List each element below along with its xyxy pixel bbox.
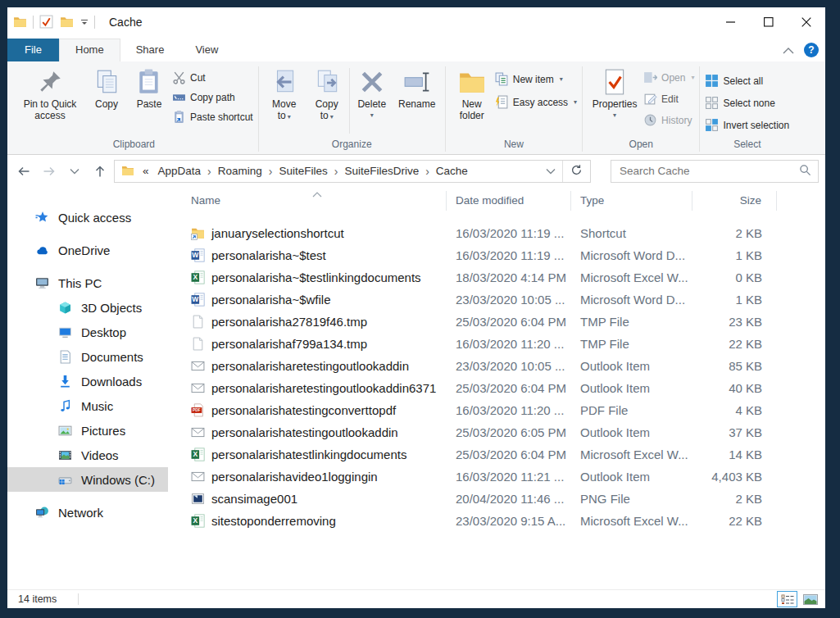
column-header-name[interactable]: Name bbox=[168, 191, 447, 211]
file-size: 2 KB bbox=[692, 492, 777, 506]
column-header-type[interactable]: Type bbox=[571, 191, 692, 211]
breadcrumb-separator-icon[interactable]: › bbox=[207, 165, 211, 178]
details-view-button[interactable] bbox=[777, 591, 797, 607]
address-dropdown-chevron-icon[interactable] bbox=[541, 165, 561, 177]
large-icons-view-button[interactable] bbox=[800, 591, 820, 607]
sidebar-item-onedrive[interactable]: OneDrive bbox=[7, 238, 168, 262]
file-type: Microsoft Excel W... bbox=[571, 270, 692, 284]
file-date-modified: 18/03/2020 4:14 PM bbox=[447, 270, 571, 284]
breadcrumb-separator-icon[interactable]: › bbox=[425, 165, 429, 178]
paste-shortcut-button[interactable]: Paste shortcut bbox=[172, 108, 253, 125]
table-row[interactable]: scansimage00120/04/2020 11:46 ...PNG Fil… bbox=[168, 488, 825, 510]
table-row[interactable]: januaryselectionshortcut16/03/2020 11:19… bbox=[168, 222, 825, 244]
copy-button[interactable]: Copy bbox=[87, 66, 126, 110]
file-date-modified: 25/03/2020 6:04 PM bbox=[447, 381, 571, 395]
edit-button[interactable]: Edit bbox=[643, 90, 694, 107]
file-name: personalarisha~$wfile bbox=[211, 293, 331, 307]
table-row[interactable]: Xpersonalarishatestlinkingdocuments25/03… bbox=[168, 443, 825, 466]
recent-locations-chevron-icon[interactable] bbox=[61, 159, 87, 184]
file-name: personalarisha27819f46.tmp bbox=[211, 315, 367, 329]
table-row[interactable]: personalarisha27819f46.tmp25/03/2020 6:0… bbox=[168, 311, 825, 333]
qat-properties-icon[interactable] bbox=[39, 15, 53, 29]
breadcrumb-item[interactable]: Roaming bbox=[213, 165, 267, 177]
move-to-button[interactable]: Move to▾ bbox=[264, 66, 305, 123]
new-item-button[interactable]: New item▾ bbox=[495, 70, 577, 88]
delete-button[interactable]: Delete ▾ bbox=[352, 66, 393, 121]
refresh-icon[interactable] bbox=[565, 164, 588, 179]
breadcrumb-separator-icon[interactable]: › bbox=[269, 165, 273, 178]
rename-button[interactable]: Rename bbox=[394, 66, 440, 110]
maximize-button[interactable] bbox=[750, 7, 788, 36]
close-button[interactable] bbox=[788, 7, 825, 36]
minimize-button[interactable] bbox=[712, 7, 750, 36]
file-name: personalarishatestingconverttopdf bbox=[211, 403, 396, 417]
up-button[interactable] bbox=[87, 159, 112, 184]
table-row[interactable]: Wpersonalarisha~$wfile23/03/2020 10:05 .… bbox=[168, 289, 825, 311]
sidebar-item-windows-c[interactable]: Windows (C:) bbox=[7, 467, 168, 492]
svg-text:W: W bbox=[192, 295, 199, 303]
breadcrumb-item[interactable]: SuiteFiles bbox=[274, 165, 332, 177]
table-row[interactable]: personalarisharetestingoutlookaddin63712… bbox=[168, 377, 825, 399]
sidebar-item-this-pc[interactable]: This PC bbox=[7, 270, 168, 295]
help-icon[interactable]: ? bbox=[804, 43, 819, 57]
table-row[interactable]: personalarisharetestingoutlookaddin23/03… bbox=[168, 355, 825, 377]
copy-to-button[interactable]: Copy to▾ bbox=[306, 66, 347, 123]
copy-path-button[interactable]: Copy path bbox=[172, 89, 253, 106]
sidebar-item-music[interactable]: Music bbox=[7, 393, 168, 418]
pushpin-icon bbox=[36, 68, 64, 96]
sidebar-item-desktop[interactable]: Desktop bbox=[7, 320, 168, 344]
qat-customize-chevron-icon[interactable] bbox=[80, 15, 89, 30]
table-row[interactable]: Wpersonalarisha~$test16/03/2020 11:19 ..… bbox=[168, 244, 825, 266]
sidebar-item-3d-objects[interactable]: 3D Objects bbox=[7, 295, 168, 320]
breadcrumb-item[interactable]: AppData bbox=[153, 165, 207, 177]
easy-access-button[interactable]: Easy access▾ bbox=[495, 93, 577, 111]
table-row[interactable]: personalarishavideo1loggingin16/03/2020 … bbox=[168, 466, 825, 488]
file-date-modified: 23/03/2020 10:05 ... bbox=[447, 293, 571, 307]
sidebar-item-label: Pictures bbox=[81, 424, 125, 438]
sidebar-item-quick-access[interactable]: Quick access bbox=[7, 205, 168, 229]
paste-shortcut-icon bbox=[172, 110, 186, 124]
table-row[interactable]: PDFpersonalarishatestingconverttopdf16/0… bbox=[168, 399, 825, 421]
svg-text:PDF: PDF bbox=[193, 408, 201, 412]
paste-button[interactable]: Paste bbox=[128, 66, 170, 110]
select-all-button[interactable]: Select all bbox=[705, 72, 789, 89]
file-size: 37 KB bbox=[692, 425, 777, 439]
cut-button[interactable]: Cut bbox=[172, 69, 253, 86]
copy-path-icon bbox=[172, 90, 186, 104]
column-header-size[interactable]: Size bbox=[692, 191, 777, 211]
tab-view[interactable]: View bbox=[179, 39, 234, 61]
tab-share[interactable]: Share bbox=[120, 39, 180, 61]
table-row[interactable]: Xpersonalarisha~$testlinkingdocuments18/… bbox=[168, 266, 825, 289]
file-size: 4,403 KB bbox=[692, 470, 777, 484]
select-none-button[interactable]: Select none bbox=[705, 94, 789, 111]
sidebar-item-pictures[interactable]: Pictures bbox=[7, 418, 168, 443]
address-bar[interactable]: «AppData›Roaming›SuiteFiles›SuiteFilesDr… bbox=[114, 160, 591, 183]
qat-new-folder-icon[interactable] bbox=[60, 15, 74, 29]
file-date-modified: 23/03/2020 9:15 A... bbox=[447, 514, 571, 528]
table-row[interactable]: personalarishaf799a134.tmp16/03/2020 11:… bbox=[168, 333, 825, 355]
column-header-date-modified[interactable]: Date modified bbox=[447, 191, 571, 211]
properties-button[interactable]: Properties ▾ bbox=[588, 66, 642, 121]
search-input[interactable]: Search Cache bbox=[611, 160, 819, 183]
breadcrumb-separator-icon[interactable]: › bbox=[334, 165, 338, 178]
breadcrumb-item[interactable]: SuiteFilesDrive bbox=[339, 165, 424, 177]
sidebar-item-downloads[interactable]: Downloads bbox=[7, 369, 168, 393]
forward-button[interactable] bbox=[36, 159, 61, 184]
tab-home[interactable]: Home bbox=[59, 39, 120, 61]
collapse-ribbon-icon[interactable] bbox=[783, 43, 794, 57]
sidebar-item-videos[interactable]: Videos bbox=[7, 443, 168, 467]
new-folder-button[interactable]: New folder bbox=[451, 66, 493, 121]
sidebar-item-documents[interactable]: Documents bbox=[7, 344, 168, 369]
history-button[interactable]: History bbox=[643, 111, 694, 129]
open-button[interactable]: Open▾ bbox=[643, 69, 694, 86]
sidebar-item-network[interactable]: Network bbox=[7, 500, 168, 525]
tab-file[interactable]: File bbox=[7, 39, 59, 61]
table-row[interactable]: Xsitestoponderremoving23/03/2020 9:15 A.… bbox=[168, 510, 825, 532]
sidebar-item-label: Windows (C:) bbox=[81, 473, 155, 487]
pin-to-quick-access-button[interactable]: Pin to Quick access bbox=[15, 66, 85, 121]
table-row[interactable]: personalarishatestingoutlookaddin25/03/2… bbox=[168, 421, 825, 443]
breadcrumb-item[interactable]: Cache bbox=[431, 165, 473, 177]
invert-selection-button[interactable]: Invert selection bbox=[705, 116, 789, 134]
back-button[interactable] bbox=[11, 159, 36, 184]
breadcrumb-overflow[interactable]: « bbox=[140, 165, 152, 177]
